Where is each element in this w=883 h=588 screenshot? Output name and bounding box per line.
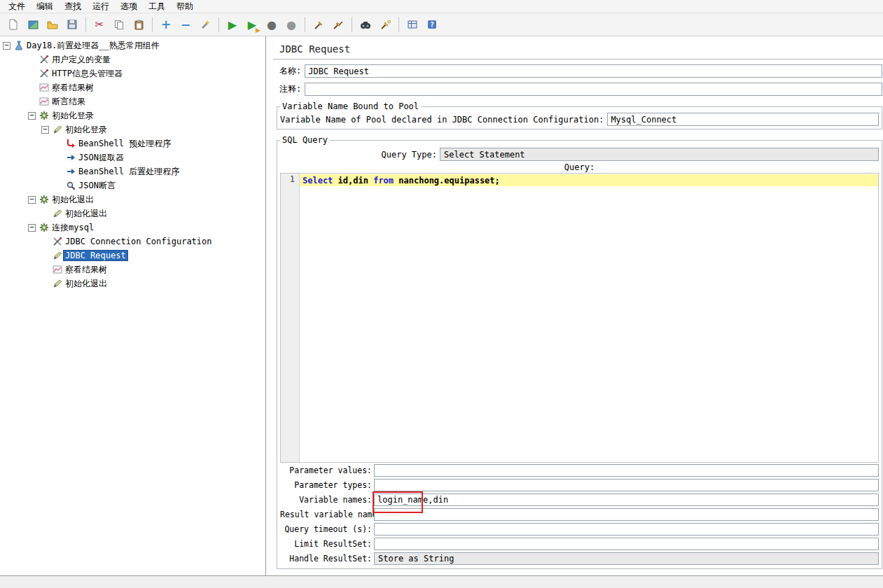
handle-resultset-select[interactable]: Store as String: [374, 552, 879, 565]
results-chart-icon: [38, 83, 50, 92]
tree-item-view-results-tree-2[interactable]: 察看结果树: [0, 262, 265, 276]
reset-search-button[interactable]: [376, 15, 394, 34]
collapse-handle-icon[interactable]: [28, 196, 36, 204]
limit-resultset-input[interactable]: [374, 538, 879, 550]
tree-item-view-results-tree[interactable]: 察看结果树: [0, 80, 265, 94]
tree-item-jdbc-request[interactable]: JDBC Request: [0, 248, 265, 262]
tree-item-assertion-results[interactable]: 断言结果: [0, 94, 265, 108]
tree-item-init-logout-controller[interactable]: 初始化退出: [0, 192, 265, 206]
parameter-values-row: Parameter values:: [280, 463, 879, 477]
collapse-handle-icon[interactable]: [28, 112, 36, 120]
expander-spacer: [28, 84, 36, 92]
name-input[interactable]: [305, 64, 882, 78]
copy-button[interactable]: [110, 15, 128, 34]
toggle-button[interactable]: [196, 15, 214, 34]
cut-icon: ✂: [95, 18, 104, 31]
config-wrench-icon: [51, 237, 63, 246]
pool-fieldset-legend: Variable Name Bound to Pool: [280, 102, 421, 111]
menu-run[interactable]: 运行: [87, 0, 115, 13]
paste-button[interactable]: [130, 15, 148, 34]
expand-all-button[interactable]: +: [157, 15, 175, 34]
collapse-handle-icon[interactable]: [41, 126, 49, 134]
tree-item-label: JDBC Connection Configuration: [63, 236, 214, 247]
clear-all-button[interactable]: [329, 15, 347, 34]
comment-row: 注释:: [279, 83, 882, 96]
query-type-label: Query Type:: [280, 150, 437, 160]
query-type-row: Query Type: Select Statement: [280, 148, 879, 161]
controller-gear-icon: [38, 111, 50, 120]
query-timeout-input[interactable]: [374, 523, 879, 536]
copy-icon: [114, 20, 124, 29]
tree-item-http-header-manager[interactable]: HTTP信息头管理器: [0, 66, 265, 80]
pool-variable-input[interactable]: [607, 113, 879, 126]
toolbar-separator: [352, 17, 352, 32]
tree-item-json-assertion[interactable]: JSON断言: [0, 178, 265, 192]
tree-item-user-defined-variables[interactable]: 用户定义的变量: [0, 52, 265, 66]
postprocessor-arrow-icon: [64, 153, 76, 162]
tree-item-label: 断言结果: [50, 95, 88, 108]
clear-all-icon: [333, 20, 344, 30]
expander-spacer: [41, 252, 49, 260]
parameter-types-row: Parameter types:: [280, 477, 879, 492]
menu-search[interactable]: 查找: [59, 0, 87, 13]
tree-item-test-plan[interactable]: Day18.前置处理器__熟悉常用组件: [0, 38, 265, 52]
menu-tools[interactable]: 工具: [143, 0, 171, 13]
open-button[interactable]: [43, 15, 62, 34]
result-variable-name-input[interactable]: [374, 508, 879, 521]
comment-input[interactable]: [305, 83, 882, 96]
parameter-values-input[interactable]: [374, 464, 879, 477]
start-button[interactable]: ▶: [223, 15, 242, 34]
menu-edit[interactable]: 编辑: [31, 0, 59, 13]
query-type-select[interactable]: Select Statement: [440, 148, 879, 161]
search-button[interactable]: [356, 15, 375, 34]
save-button[interactable]: [63, 15, 81, 34]
collapse-handle-icon[interactable]: [28, 224, 36, 232]
tree-item-init-logout-sampler-2[interactable]: 初始化退出: [0, 276, 265, 290]
tree-item-label: 初始化退出: [63, 207, 109, 220]
tree-item-label: 察看结果树: [50, 81, 96, 94]
help-icon: ?: [427, 20, 437, 29]
stop-button[interactable]: ●: [263, 15, 281, 34]
sampler-pencil-icon: [51, 279, 63, 288]
sql-text: id,din: [333, 176, 373, 186]
menu-file[interactable]: 文件: [3, 0, 31, 13]
tree-item-beanshell-preprocessor[interactable]: BeanShell 预处理程序: [0, 136, 265, 150]
menu-options[interactable]: 选项: [115, 0, 143, 13]
cut-button[interactable]: ✂: [90, 15, 109, 34]
tree-item-label: 初始化登录: [63, 123, 109, 136]
function-helper-button[interactable]: [403, 15, 422, 34]
sampler-pencil-icon: [51, 125, 63, 134]
panel-splitter[interactable]: [267, 36, 273, 575]
menu-help[interactable]: 帮助: [171, 0, 199, 13]
expander-spacer: [41, 238, 49, 246]
clear-icon: [314, 20, 324, 30]
variable-names-input[interactable]: [374, 493, 879, 506]
pool-row: Variable Name of Pool declared in JDBC C…: [280, 113, 879, 126]
help-button[interactable]: ?: [423, 15, 441, 34]
start-no-pauses-button[interactable]: ▶▶: [243, 15, 261, 34]
tree-item-init-login-controller[interactable]: 初始化登录: [0, 108, 265, 122]
handle-resultset-label: Handle ResultSet:: [280, 554, 372, 564]
clear-button[interactable]: [310, 15, 328, 34]
templates-button[interactable]: [24, 15, 42, 34]
tree-item-jdbc-connection-configuration[interactable]: JDBC Connection Configuration: [0, 234, 265, 248]
new-button[interactable]: [4, 15, 22, 34]
sql-code-area[interactable]: Select id,din from nanchong.equipasset;: [300, 174, 878, 462]
tree-item-beanshell-postprocessor[interactable]: BeanShell 后置处理程序: [0, 164, 265, 178]
sampler-pencil-icon: [51, 209, 63, 218]
limit-resultset-row: Limit ResultSet:: [280, 536, 879, 551]
tree-item-json-extractor[interactable]: JSON提取器: [0, 150, 265, 164]
parameter-types-input[interactable]: [374, 479, 879, 491]
config-wrench-icon: [38, 55, 50, 64]
tree-item-init-login-sampler[interactable]: 初始化登录: [0, 122, 265, 136]
toolbar: ✂ + − ▶ ▶▶ ● ● ?: [0, 13, 883, 36]
tree-item-init-logout-sampler[interactable]: 初始化退出: [0, 206, 265, 220]
variable-names-label: Variable names:: [280, 495, 372, 505]
collapse-all-button[interactable]: −: [176, 15, 195, 34]
collapse-handle-icon[interactable]: [3, 42, 11, 50]
toolbar-separator: [305, 17, 305, 32]
shutdown-button[interactable]: ●: [282, 15, 300, 34]
tree-item-mysql-controller[interactable]: 连接mysql: [0, 220, 265, 234]
result-variable-name-label: Result variable name:: [280, 510, 372, 519]
tree-item-label: 察看结果树: [63, 263, 109, 276]
